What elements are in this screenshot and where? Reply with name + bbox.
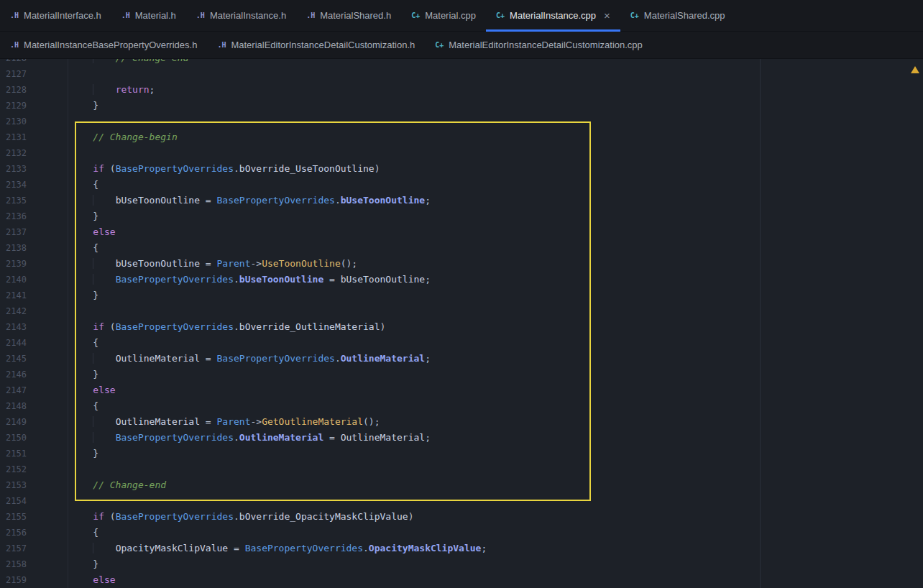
line-number[interactable]: 2153 [0, 477, 68, 493]
code-line-2126[interactable]: 2126 // Change-end [0, 59, 923, 66]
code-text[interactable] [68, 493, 70, 509]
code-text[interactable]: else [68, 572, 116, 588]
code-line-2154[interactable]: 2154 [0, 493, 923, 509]
tab-MaterialEditorInstanceDetailCustomization.h[interactable]: .HMaterialEditorInstanceDetailCustomizat… [207, 32, 425, 58]
line-number[interactable]: 2159 [0, 572, 68, 588]
code-text[interactable]: } [68, 98, 98, 114]
code-text[interactable]: if (BasePropertyOverrides.bOverride_Outl… [68, 319, 385, 335]
code-line-2146[interactable]: 2146 } [0, 367, 923, 382]
code-line-2133[interactable]: 2133 if (BasePropertyOverrides.bOverride… [0, 161, 923, 177]
code-text[interactable] [68, 145, 70, 161]
tab-MaterialInterface.h[interactable]: .HMaterialInterface.h [0, 0, 111, 31]
code-line-2157[interactable]: 2157 OpacityMaskClipValue = BaseProperty… [0, 541, 923, 556]
tab-MaterialInstance.cpp[interactable]: C+MaterialInstance.cpp× [486, 0, 620, 31]
code-text[interactable]: // Change-begin [68, 129, 178, 145]
line-number[interactable]: 2126 [0, 59, 68, 66]
line-number[interactable]: 2144 [0, 335, 68, 351]
code-line-2141[interactable]: 2141 } [0, 288, 923, 303]
code-line-2135[interactable]: 2135 bUseToonOutline = BasePropertyOverr… [0, 193, 923, 208]
code-line-2147[interactable]: 2147 else [0, 382, 923, 398]
line-number[interactable]: 2156 [0, 525, 68, 541]
code-text[interactable]: OutlineMaterial = Parent->GetOutlineMate… [68, 414, 380, 430]
line-number[interactable]: 2143 [0, 319, 68, 335]
code-text[interactable]: if (BasePropertyOverrides.bOverride_Opac… [68, 509, 413, 525]
code-text[interactable] [68, 303, 70, 319]
code-text[interactable]: } [68, 556, 98, 572]
code-text[interactable]: { [68, 525, 98, 541]
line-number[interactable]: 2157 [0, 541, 68, 556]
code-text[interactable]: { [68, 240, 98, 256]
code-text[interactable]: bUseToonOutline = Parent->UseToonOutline… [68, 256, 357, 272]
code-text[interactable] [68, 114, 70, 129]
code-line-2131[interactable]: 2131 // Change-begin [0, 129, 923, 145]
code-line-2142[interactable]: 2142 [0, 303, 923, 319]
code-line-2159[interactable]: 2159 else [0, 572, 923, 588]
code-line-2145[interactable]: 2145 OutlineMaterial = BasePropertyOverr… [0, 351, 923, 367]
line-number[interactable]: 2154 [0, 493, 68, 509]
code-line-2134[interactable]: 2134 { [0, 177, 923, 193]
code-text[interactable] [68, 461, 70, 477]
code-line-2129[interactable]: 2129 } [0, 98, 923, 114]
line-number[interactable]: 2133 [0, 161, 68, 177]
code-line-2140[interactable]: 2140 BasePropertyOverrides.bUseToonOutli… [0, 272, 923, 288]
code-text[interactable]: { [68, 398, 98, 414]
code-line-2138[interactable]: 2138 { [0, 240, 923, 256]
tab-Material.cpp[interactable]: C+Material.cpp [401, 0, 486, 31]
code-text[interactable]: } [68, 367, 98, 382]
line-number[interactable]: 2148 [0, 398, 68, 414]
line-number[interactable]: 2135 [0, 193, 68, 208]
code-text[interactable]: OpacityMaskClipValue = BasePropertyOverr… [68, 541, 487, 556]
line-number[interactable]: 2134 [0, 177, 68, 193]
line-number[interactable]: 2155 [0, 509, 68, 525]
line-number[interactable]: 2131 [0, 129, 68, 145]
line-number[interactable]: 2129 [0, 98, 68, 114]
code-line-2127[interactable]: 2127 [0, 66, 923, 82]
code-line-2132[interactable]: 2132 [0, 145, 923, 161]
line-number[interactable]: 2138 [0, 240, 68, 256]
code-line-2153[interactable]: 2153 // Change-end [0, 477, 923, 493]
code-text[interactable]: } [68, 208, 98, 224]
code-line-2156[interactable]: 2156 { [0, 525, 923, 541]
tab-MaterialEditorInstanceDetailCustomization.cpp[interactable]: C+MaterialEditorInstanceDetailCustomizat… [425, 32, 653, 58]
code-text[interactable]: else [68, 224, 116, 240]
tab-MaterialShared.cpp[interactable]: C+MaterialShared.cpp [620, 0, 735, 31]
line-number[interactable]: 2152 [0, 461, 68, 477]
line-number[interactable]: 2139 [0, 256, 68, 272]
line-number[interactable]: 2127 [0, 66, 68, 82]
line-number[interactable]: 2130 [0, 114, 68, 129]
code-line-2152[interactable]: 2152 [0, 461, 923, 477]
code-text[interactable]: // Change-end [68, 59, 188, 66]
code-line-2136[interactable]: 2136 } [0, 208, 923, 224]
code-text[interactable]: { [68, 177, 98, 193]
tab-MaterialInstance.h[interactable]: .HMaterialInstance.h [186, 0, 296, 31]
code-line-2139[interactable]: 2139 bUseToonOutline = Parent->UseToonOu… [0, 256, 923, 272]
line-number[interactable]: 2150 [0, 430, 68, 446]
code-line-2151[interactable]: 2151 } [0, 446, 923, 461]
code-text[interactable]: // Change-end [68, 477, 166, 493]
code-line-2149[interactable]: 2149 OutlineMaterial = Parent->GetOutlin… [0, 414, 923, 430]
line-number[interactable]: 2136 [0, 208, 68, 224]
code-text[interactable]: BasePropertyOverrides.bUseToonOutline = … [68, 272, 431, 288]
line-number[interactable]: 2132 [0, 145, 68, 161]
code-line-2130[interactable]: 2130 [0, 114, 923, 129]
code-line-2144[interactable]: 2144 { [0, 335, 923, 351]
code-line-2148[interactable]: 2148 { [0, 398, 923, 414]
code-text[interactable]: OutlineMaterial = BasePropertyOverrides.… [68, 351, 431, 367]
line-number[interactable]: 2140 [0, 272, 68, 288]
code-text[interactable]: } [68, 446, 98, 461]
code-text[interactable]: BasePropertyOverrides.OutlineMaterial = … [68, 430, 431, 446]
line-number[interactable]: 2147 [0, 382, 68, 398]
line-number[interactable]: 2128 [0, 82, 68, 98]
tab-close-icon[interactable]: × [604, 10, 610, 21]
code-line-2128[interactable]: 2128 return; [0, 82, 923, 98]
tab-MaterialShared.h[interactable]: .HMaterialShared.h [296, 0, 401, 31]
inspection-warning-icon[interactable] [911, 66, 919, 73]
code-line-2137[interactable]: 2137 else [0, 224, 923, 240]
code-text[interactable]: else [68, 382, 116, 398]
code-line-2150[interactable]: 2150 BasePropertyOverrides.OutlineMateri… [0, 430, 923, 446]
code-text[interactable]: return; [68, 82, 155, 98]
code-text[interactable]: { [68, 335, 98, 351]
line-number[interactable]: 2151 [0, 446, 68, 461]
tab-Material.h[interactable]: .HMaterial.h [111, 0, 186, 31]
code-line-2158[interactable]: 2158 } [0, 556, 923, 572]
